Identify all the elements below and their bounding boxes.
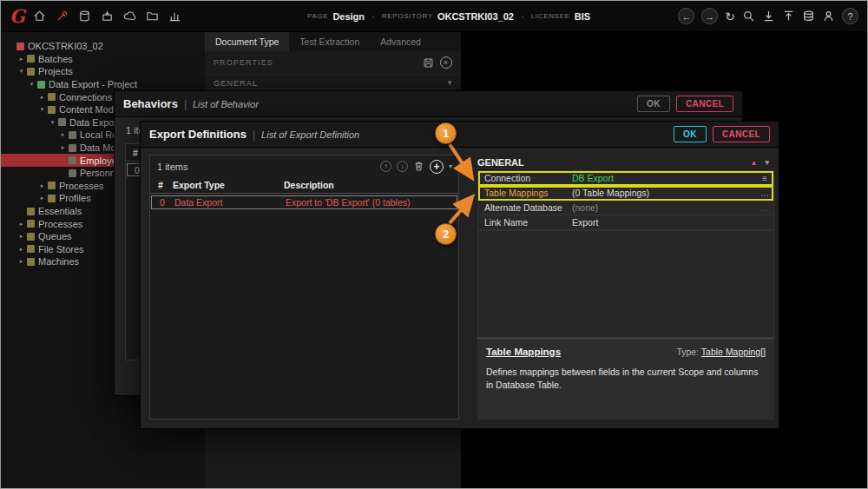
save-icon[interactable] [423,57,434,69]
ok-button[interactable]: OK [674,126,707,142]
expander-icon[interactable]: ▾ [48,119,57,126]
chevron-down-icon: ▾ [448,78,452,87]
dialog-title: Export Definitions [149,128,247,141]
property-row-connection[interactable]: Connection DB Export ≡ [478,171,773,186]
folder-icon[interactable] [146,10,159,23]
refresh-icon[interactable]: ↻ [725,10,735,23]
home-icon[interactable] [33,10,46,23]
tree-item-data-export-project[interactable]: ▾Data Export - Project [1,78,205,91]
expander-icon[interactable]: ▾ [27,81,36,88]
repository-icon [16,43,24,50]
tree-item-batches[interactable]: ▸Batches [1,53,205,66]
chevron-down-icon: ▾ [765,158,769,167]
expander-icon[interactable]: ▸ [16,221,26,228]
properties-header: PROPERTIES × [205,51,461,74]
back-icon[interactable]: ← [678,8,694,24]
row-num: 0 [135,165,140,175]
folder-icon [48,106,56,114]
cancel-button[interactable]: CANCEL [676,96,733,112]
expander-icon[interactable]: ▸ [37,94,47,101]
tree-item-label: Data Export [69,117,120,128]
move-down-icon[interactable]: ↓ [397,161,408,172]
property-value[interactable]: (none) [572,202,756,213]
tree-item-label: Employe [80,155,117,166]
folder-icon [27,245,35,253]
user-icon[interactable] [822,10,835,23]
expander-icon[interactable]: ▸ [58,131,68,138]
node-icon [69,131,76,139]
expander-icon[interactable]: ▾ [16,68,26,75]
property-value[interactable]: DB Export [572,173,756,183]
column-num: # [133,148,138,158]
expander-icon[interactable]: ▸ [16,233,26,240]
chart-icon[interactable] [168,10,181,23]
property-label: Alternate Database [478,202,572,213]
add-icon[interactable]: + [430,160,444,174]
expander-icon[interactable]: ▸ [37,195,47,202]
app-window: G PAGE Design · REPOSITORY OKCSTRKI03_02… [0,0,868,489]
forward-icon[interactable]: → [701,8,718,24]
tree-item-label: Machines [38,256,79,267]
separator-dot: · [372,11,375,22]
tree-item-label: Content Mode [59,104,119,115]
property-row-table-mappings[interactable]: Table Mappings (0 Table Mappings) … [478,186,773,201]
general-section-header[interactable]: GENERAL ▾ [205,74,461,91]
folder-icon [48,182,56,189]
node-icon [58,118,66,126]
expander-icon[interactable]: ▸ [16,246,26,253]
close-icon[interactable]: × [440,56,452,69]
table-row-selected[interactable]: 0 Data Export Export to 'DB Export' (0 t… [151,195,457,209]
add-dropdown-icon[interactable]: ▾ [449,162,452,170]
upload-icon[interactable] [782,10,795,23]
annotation-badge-2: 2 [435,223,457,245]
folder-icon [27,233,35,241]
ok-button[interactable]: OK [637,96,670,112]
help-icon[interactable]: ? [842,8,858,24]
move-up-icon[interactable]: ↑ [380,161,391,172]
property-grid: Connection DB Export ≡ Table Mappings (0… [477,170,774,231]
folder-icon [27,208,35,215]
ellipsis-icon[interactable]: … [756,203,773,213]
cancel-button[interactable]: CANCEL [713,126,770,142]
property-value[interactable]: Export [572,217,756,228]
expander-icon[interactable]: ▾ [37,106,47,113]
tab-bar: Document Type Test Extraction Advanced [205,32,461,51]
property-value[interactable]: (0 Table Mappings) [572,188,756,198]
ellipsis-icon[interactable]: … [756,188,773,198]
cell-type: Data Export [174,197,286,208]
tree-item-label: Processes [38,219,82,229]
database-icon[interactable] [78,10,91,23]
tree-item-projects[interactable]: ▾Projects [1,65,205,78]
repository-value[interactable]: OKCSTRKI03_02 [437,11,514,22]
download-icon[interactable] [762,10,775,23]
help-title-link[interactable]: Table Mappings [486,347,561,357]
expander-icon[interactable]: ▸ [37,182,47,189]
general-section-header[interactable]: GENERAL ▲ ▾ [477,155,774,170]
stack-icon[interactable] [802,10,815,23]
tab-test-extraction[interactable]: Test Extraction [289,32,370,51]
type-value-link[interactable]: Table Mapping[] [701,347,766,357]
toolbar-left-icons [33,10,181,23]
dialog-title: Behaviors [123,97,178,110]
expander-icon[interactable]: ▸ [16,258,26,265]
export-dialog-titlebar[interactable]: Export Definitions | List of Export Defi… [141,122,779,148]
delete-icon[interactable] [413,161,424,172]
package-icon[interactable] [101,10,114,23]
tree-item-root[interactable]: OKCSTRKI03_02 [1,40,205,53]
node-icon [69,144,76,152]
type-label: Type: [676,347,699,357]
project-icon [37,81,45,89]
menu-icon[interactable]: ≡ [756,174,773,183]
tools-icon[interactable] [56,10,69,23]
cloud-upload-icon[interactable] [123,10,136,23]
property-row-alternate-database[interactable]: Alternate Database (none) … [478,201,773,215]
behaviors-dialog-titlebar[interactable]: Behaviors | List of Behavior OK CANCEL [115,91,742,117]
page-value[interactable]: Design [332,11,365,22]
expander-icon[interactable]: ▸ [16,56,26,63]
tab-document-type[interactable]: Document Type [205,32,289,51]
search-icon[interactable] [742,10,755,23]
property-row-link-name[interactable]: Link Name Export [478,215,773,230]
expander-icon[interactable]: ▸ [58,144,68,151]
folder-icon [48,195,56,202]
tab-advanced[interactable]: Advanced [370,32,431,51]
